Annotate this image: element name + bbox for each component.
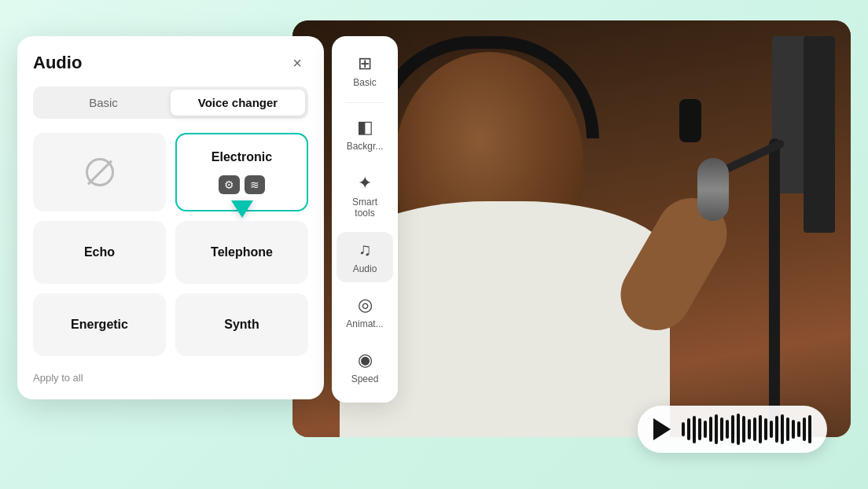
- voice-card-none[interactable]: [33, 133, 166, 211]
- tool-animate-label: Animat...: [346, 318, 383, 329]
- voice-card-electronic-label: Electronic: [211, 150, 272, 164]
- waveform-bar: [693, 416, 696, 443]
- tool-audio-label: Audio: [353, 263, 377, 274]
- tool-speed[interactable]: ◉ Speed: [337, 342, 393, 392]
- tool-smart-tools[interactable]: ✦ Smart tools: [337, 165, 393, 227]
- waveform-bar: [781, 414, 784, 444]
- tab-row: Basic Voice changer: [33, 86, 308, 119]
- panel-header: Audio ×: [33, 52, 308, 74]
- waveform-bar: [748, 419, 751, 439]
- tool-smart-tools-label: Smart tools: [343, 197, 387, 219]
- waveform-bar: [797, 421, 800, 437]
- waveform-bar: [742, 416, 745, 443]
- waveform-bar: [808, 415, 811, 443]
- divider-1: [345, 102, 384, 103]
- waveform-bar: [720, 417, 723, 441]
- play-button[interactable]: [653, 418, 671, 440]
- sliders-icon[interactable]: ⚙: [219, 175, 240, 194]
- voice-card-telephone-label: Telephone: [211, 245, 273, 259]
- basic-icon: ⊞: [358, 53, 372, 74]
- waveform-bar: [792, 420, 795, 439]
- close-button[interactable]: ×: [286, 52, 308, 74]
- waveform: [682, 414, 811, 445]
- waveform-bar: [764, 418, 767, 440]
- tool-background-label: Backgr...: [347, 141, 384, 152]
- audio-icon: ♫: [359, 240, 372, 260]
- audio-panel: Audio × Basic Voice changer Electronic ⚙…: [17, 36, 324, 399]
- voice-card-telephone[interactable]: Telephone: [175, 221, 308, 284]
- voice-card-energetic-label: Energetic: [71, 318, 128, 332]
- waveform-bar: [737, 414, 740, 445]
- no-icon: [86, 158, 114, 186]
- waveform-bar: [715, 414, 718, 444]
- voice-card-synth[interactable]: Synth: [175, 293, 308, 356]
- waveform-bar: [786, 417, 789, 441]
- waveform-icon[interactable]: ≋: [245, 175, 265, 194]
- tool-audio[interactable]: ♫ Audio: [337, 232, 393, 282]
- voice-card-synth-label: Synth: [224, 318, 259, 332]
- tool-basic-label: Basic: [353, 77, 376, 88]
- background-icon: ◧: [357, 117, 373, 138]
- speed-icon: ◉: [358, 350, 373, 370]
- waveform-bar: [726, 420, 729, 439]
- waveform-bar: [803, 417, 806, 441]
- playback-bar: [638, 406, 827, 453]
- waveform-bar: [682, 422, 685, 436]
- waveform-bar: [770, 421, 773, 438]
- waveform-bar: [704, 421, 707, 438]
- voice-grid: Electronic ⚙ ≋ Echo Telephone Energetic: [33, 133, 308, 356]
- tool-animate[interactable]: ◎ Animat...: [337, 287, 393, 337]
- apply-all-button[interactable]: Apply to all: [33, 369, 308, 384]
- waveform-bar: [731, 415, 734, 443]
- voice-card-energetic[interactable]: Energetic: [33, 293, 166, 356]
- voice-card-echo[interactable]: Echo: [33, 221, 166, 284]
- cursor-arrow: [231, 200, 253, 218]
- waveform-bar: [687, 418, 690, 440]
- waveform-bar: [753, 417, 756, 441]
- tab-voice-changer[interactable]: Voice changer: [171, 90, 305, 116]
- animate-icon: ◎: [358, 295, 373, 315]
- waveform-bar: [759, 415, 762, 443]
- waveform-bar: [709, 417, 712, 442]
- smart-tools-icon: ✦: [358, 173, 372, 193]
- waveform-bar: [775, 416, 778, 443]
- scene-container: Audio × Basic Voice changer Electronic ⚙…: [17, 20, 851, 469]
- tool-background[interactable]: ◧ Backgr...: [337, 109, 393, 160]
- tab-basic[interactable]: Basic: [36, 90, 171, 116]
- sidebar-tools: ⊞ Basic ◧ Backgr... ✦ Smart tools ♫ Audi…: [332, 36, 398, 403]
- tool-speed-label: Speed: [351, 373, 379, 384]
- voice-card-echo-label: Echo: [84, 245, 115, 259]
- waveform-bar: [698, 418, 701, 440]
- voice-card-electronic[interactable]: Electronic ⚙ ≋: [175, 133, 308, 211]
- tool-basic[interactable]: ⊞ Basic: [337, 46, 393, 96]
- panel-title: Audio: [33, 53, 82, 73]
- electronic-controls: ⚙ ≋: [219, 175, 265, 194]
